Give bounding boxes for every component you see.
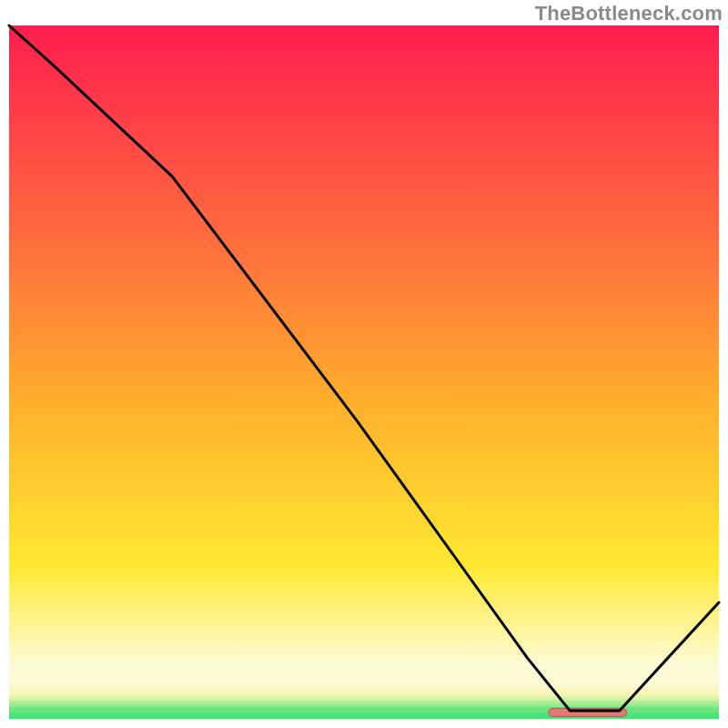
svg-rect-0: [9, 688, 719, 694]
svg-rect-1: [9, 694, 719, 701]
chart-stage: TheBottleneck.com: [0, 0, 728, 728]
svg-rect-2: [9, 700, 719, 706]
chart-background: [9, 25, 719, 719]
chart-svg: [0, 0, 728, 728]
attribution-label: TheBottleneck.com: [535, 2, 723, 25]
